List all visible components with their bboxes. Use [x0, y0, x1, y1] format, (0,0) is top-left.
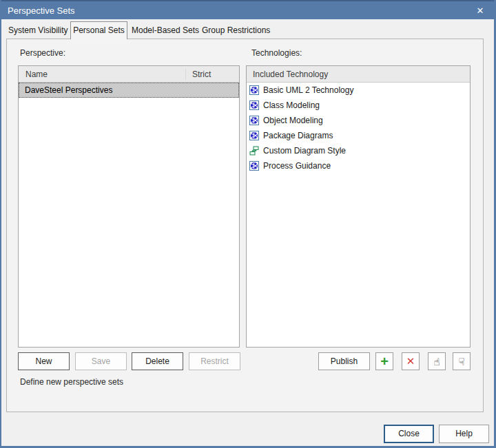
column-header-name: Name	[19, 70, 185, 79]
remove-technology-button[interactable]: ✕	[402, 352, 420, 370]
mdg-technology-icon	[249, 85, 259, 95]
tab-personal-sets[interactable]: Personal Sets	[70, 21, 127, 39]
list-item-perspective-set[interactable]: DaveSteel Perspectives	[19, 83, 239, 98]
perspective-list-header: Name Strict	[19, 66, 239, 83]
column-header-strict: Strict	[185, 69, 239, 80]
list-item-technology[interactable]: Basic UML 2 Technology	[247, 83, 470, 98]
add-technology-button[interactable]: +	[375, 352, 393, 370]
dialog-title: Perspective Sets	[0, 6, 75, 16]
diagram-style-icon	[249, 146, 259, 156]
save-button: Save	[75, 352, 127, 370]
restrict-button: Restrict	[189, 352, 240, 370]
mdg-technology-icon	[249, 100, 259, 110]
close-icon[interactable]: ✕	[473, 3, 488, 19]
delete-button[interactable]: Delete	[132, 352, 183, 370]
close-button[interactable]: Close	[384, 425, 434, 443]
red-cross-icon: ✕	[406, 355, 415, 367]
help-button[interactable]: Help	[439, 425, 489, 443]
mdg-technology-icon	[249, 116, 259, 125]
tab-group-restrictions[interactable]: Group Restrictions	[202, 23, 270, 38]
technology-label: Basic UML 2 Technology	[263, 85, 353, 95]
technology-label: Custom Diagram Style	[263, 146, 346, 156]
technology-label: Package Diagrams	[263, 131, 333, 140]
hand-down-icon: ☟	[458, 356, 464, 367]
plus-icon: +	[380, 354, 389, 369]
mdg-technology-icon	[249, 161, 259, 171]
personal-sets-tab-page: Perspective: Technologies: Name Strict D…	[6, 39, 484, 412]
move-down-button[interactable]: ☟	[453, 352, 471, 370]
tab-model-based-sets[interactable]: Model-Based Sets	[132, 23, 199, 38]
technologies-list-header: Included Technology	[247, 66, 470, 83]
new-button[interactable]: New	[18, 352, 70, 370]
column-header-included-technology: Included Technology	[247, 70, 328, 79]
list-item-technology[interactable]: Object Modeling	[247, 113, 470, 128]
technologies-list-label: Technologies:	[251, 48, 302, 58]
publish-button[interactable]: Publish	[318, 352, 370, 370]
perspective-sets-dialog: Perspective Sets ✕ System Visibility Per…	[0, 0, 496, 448]
hand-up-icon: ☝	[433, 356, 440, 367]
status-hint-text: Define new perspective sets	[20, 377, 123, 387]
title-bar: Perspective Sets ✕	[0, 0, 496, 19]
perspective-list[interactable]: Name Strict DaveSteel Perspectives	[18, 65, 240, 348]
technology-label: Process Guidance	[263, 161, 331, 171]
list-item-technology[interactable]: Process Guidance	[247, 158, 470, 173]
tab-system-visibility[interactable]: System Visibility	[8, 23, 68, 38]
perspective-list-label: Perspective:	[20, 48, 65, 58]
list-item-technology[interactable]: Custom Diagram Style	[247, 143, 470, 158]
mdg-technology-icon	[249, 131, 259, 140]
list-item-technology[interactable]: Class Modeling	[247, 98, 470, 113]
technology-label: Class Modeling	[263, 100, 320, 110]
technology-label: Object Modeling	[263, 116, 323, 125]
technologies-list[interactable]: Included Technology Basic UML 2 Technolo…	[246, 65, 471, 348]
move-up-button[interactable]: ☝	[428, 352, 446, 370]
list-item-technology[interactable]: Package Diagrams	[247, 128, 470, 143]
